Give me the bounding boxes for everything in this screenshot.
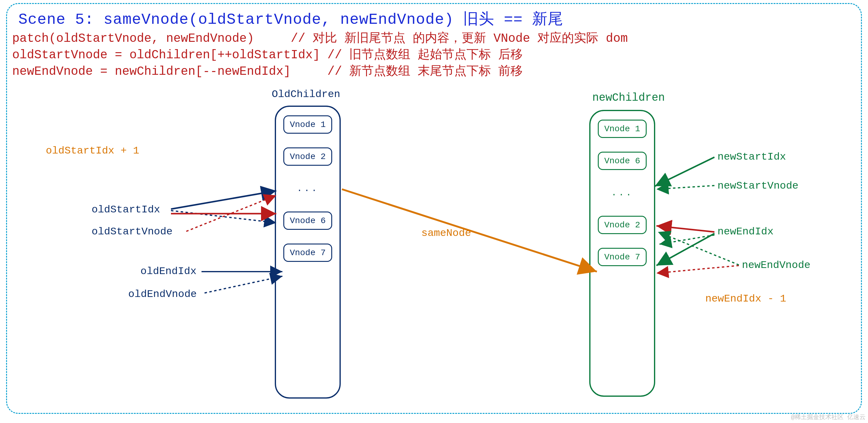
new-vnode-7: Vnode 7	[598, 248, 647, 266]
code-comment-2: // 旧节点数组 起始节点下标 后移	[320, 48, 523, 62]
old-end-idx-label: oldEndIdx	[141, 265, 197, 277]
old-vnode-1: Vnode 1	[283, 116, 332, 134]
new-vnode-2: Vnode 2	[598, 216, 647, 234]
old-children-column: Vnode 1 Vnode 2 ... Vnode 6 Vnode 7	[275, 106, 341, 399]
new-children-column: Vnode 1 Vnode 6 ... Vnode 2 Vnode 7	[589, 110, 655, 397]
code-comment-3: // 新节点数组 末尾节点下标 前移	[291, 65, 523, 78]
old-start-idx-label: oldStartIdx	[92, 204, 160, 216]
new-end-idx-label: newEndIdx	[717, 226, 774, 237]
old-vnode-7: Vnode 7	[283, 243, 332, 262]
new-vnode-6: Vnode 6	[598, 152, 647, 170]
new-start-idx-label: newStartIdx	[717, 151, 786, 163]
same-node-label: sameNode	[421, 227, 471, 239]
new-start-vnode-label: newStartVnode	[717, 180, 798, 192]
old-vnode-2: Vnode 2	[283, 148, 332, 166]
watermark: @稀土掘金技术社区 亿速云	[791, 413, 866, 421]
code-comment-1: // 对比 新旧尾节点 的内容，更新 VNode 对应的实际 dom	[254, 32, 628, 45]
old-ellipsis: ...	[297, 180, 319, 198]
new-ellipsis: ...	[611, 184, 633, 202]
new-children-label: newChildren	[592, 92, 665, 104]
new-end-idx-minus-label: newEndIdx - 1	[705, 293, 786, 304]
code-line-3: newEndVnode = newChildren[--newEndIdx]	[12, 65, 291, 78]
new-end-vnode-label: newEndVnode	[742, 259, 810, 271]
old-start-idx-plus-label: oldStartIdx + 1	[46, 145, 139, 157]
code-block: patch(oldStartVnode, newEndVnode) // 对比 …	[12, 31, 628, 80]
old-children-label: OldChildren	[272, 89, 340, 100]
diagram-title: Scene 5: sameVnode(oldStartVnode, newEnd…	[18, 8, 563, 29]
code-line-1: patch(oldStartVnode, newEndVnode)	[12, 32, 254, 45]
old-vnode-6: Vnode 6	[283, 212, 332, 230]
old-start-vnode-label: oldStartVnode	[92, 226, 173, 237]
new-vnode-1: Vnode 1	[598, 120, 647, 138]
old-end-vnode-label: oldEndVnode	[128, 288, 197, 300]
code-line-2: oldStartVnode = oldChildren[++oldStartId…	[12, 48, 320, 62]
